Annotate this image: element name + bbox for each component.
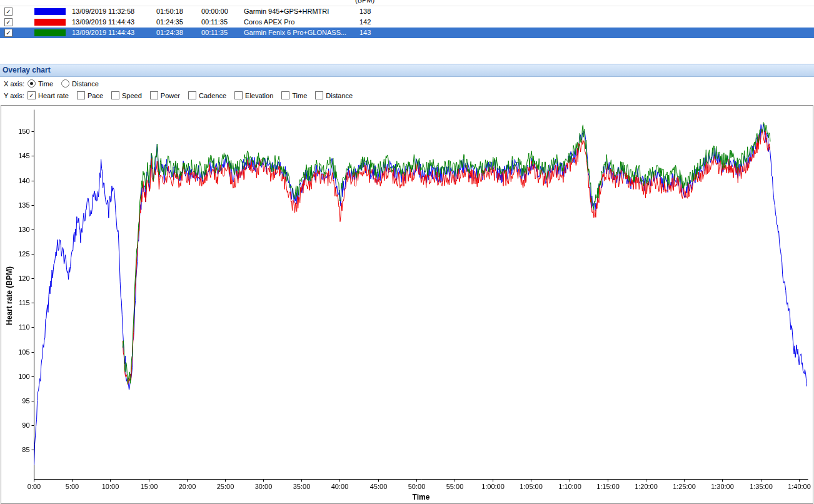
x-axis-options: TimeDistance <box>28 79 107 88</box>
cell-duration: 01:24:38 <box>156 28 183 38</box>
cell-device: Coros APEX Pro <box>244 17 294 28</box>
cell-avg-hr: 143 <box>359 28 371 38</box>
radio-label: Distance <box>72 80 99 88</box>
radio-time[interactable] <box>28 79 36 88</box>
y-option-power[interactable]: Power <box>150 91 180 99</box>
x-option-distance[interactable]: Distance <box>61 79 99 88</box>
cell-offset: 00:11:35 <box>201 28 228 38</box>
axis-controls: X axis: TimeDistance Y axis: ✓Heart rate… <box>0 78 814 105</box>
y-axis-label: Y axis: <box>4 92 28 99</box>
y-option-speed[interactable]: Speed <box>111 91 142 99</box>
row-checkbox[interactable]: ✓ <box>4 18 13 26</box>
radio-label: Time <box>38 80 53 88</box>
table-header-partial: (BPM) <box>0 0 814 6</box>
row-checkbox[interactable]: ✓ <box>4 29 13 37</box>
checkbox-label: Cadence <box>199 92 226 99</box>
color-swatch[interactable] <box>34 29 66 36</box>
checkbox-label: Speed <box>122 92 142 99</box>
table-row[interactable]: ✓13/09/2019 11:44:4301:24:3500:11:35Coro… <box>0 17 814 28</box>
color-swatch[interactable] <box>34 19 66 26</box>
y-option-time[interactable]: Time <box>281 91 307 99</box>
table-row[interactable]: ✓13/09/2019 11:32:5801:50:1800:00:00Garm… <box>0 6 814 17</box>
y-option-heart-rate[interactable]: ✓Heart rate <box>28 91 69 99</box>
x-axis-label: X axis: <box>4 80 28 88</box>
checkbox-elevation[interactable] <box>234 91 243 99</box>
checkbox-time[interactable] <box>281 91 289 99</box>
row-checkbox[interactable]: ✓ <box>4 8 13 16</box>
checkbox-cadence[interactable] <box>188 91 196 99</box>
cell-datetime: 13/09/2019 11:44:43 <box>72 17 134 28</box>
cell-datetime: 13/09/2019 11:32:58 <box>72 6 134 17</box>
y-option-distance[interactable]: Distance <box>315 91 353 99</box>
checkbox-heart-rate[interactable]: ✓ <box>28 91 36 99</box>
hr-comparison-app: (BPM) ✓13/09/2019 11:32:5801:50:1800:00:… <box>0 0 814 504</box>
y-axis-options: ✓Heart ratePaceSpeedPowerCadenceElevatio… <box>28 91 361 99</box>
section-title: Overlay chart <box>3 66 51 74</box>
color-swatch[interactable] <box>34 8 66 15</box>
section-header-overlay-chart: Overlay chart <box>0 64 814 77</box>
y-option-elevation[interactable]: Elevation <box>234 91 273 99</box>
checkbox-label: Power <box>161 92 180 99</box>
checkbox-label: Elevation <box>245 92 273 99</box>
cell-device: Garmin Fenix 6 Pro+GLONASS... <box>244 28 346 38</box>
checkbox-label: Time <box>292 92 307 99</box>
header-bpm-label: (BPM) <box>355 0 374 4</box>
checkbox-pace[interactable] <box>77 91 85 99</box>
cell-offset: 00:11:35 <box>201 17 228 28</box>
cell-duration: 01:24:35 <box>156 17 183 28</box>
radio-distance[interactable] <box>61 79 69 88</box>
checkbox-power[interactable] <box>150 91 158 99</box>
y-option-pace[interactable]: Pace <box>77 91 103 99</box>
cell-datetime: 13/09/2019 11:44:43 <box>72 28 134 38</box>
checkbox-label: Distance <box>326 92 353 99</box>
overlay-chart-canvas[interactable] <box>1 106 813 503</box>
checkbox-label: Pace <box>88 92 103 99</box>
x-axis-row: X axis: TimeDistance <box>0 78 814 89</box>
y-option-cadence[interactable]: Cadence <box>188 91 226 99</box>
checkbox-label: Heart rate <box>38 92 69 99</box>
cell-offset: 00:00:00 <box>201 6 228 17</box>
x-option-time[interactable]: Time <box>28 79 53 88</box>
cell-device: Garmin 945+GPS+HRMTRI <box>244 6 329 17</box>
activity-table: (BPM) ✓13/09/2019 11:32:5801:50:1800:00:… <box>0 0 814 38</box>
cell-avg-hr: 142 <box>359 17 371 28</box>
table-row[interactable]: ✓13/09/2019 11:44:4301:24:3800:11:35Garm… <box>0 28 814 38</box>
overlay-chart <box>1 105 813 504</box>
activity-rows: ✓13/09/2019 11:32:5801:50:1800:00:00Garm… <box>0 6 814 38</box>
cell-duration: 01:50:18 <box>156 6 183 17</box>
checkbox-distance[interactable] <box>315 91 323 99</box>
checkbox-speed[interactable] <box>111 91 119 99</box>
cell-avg-hr: 138 <box>359 6 371 17</box>
y-axis-row: Y axis: ✓Heart ratePaceSpeedPowerCadence… <box>0 89 814 101</box>
